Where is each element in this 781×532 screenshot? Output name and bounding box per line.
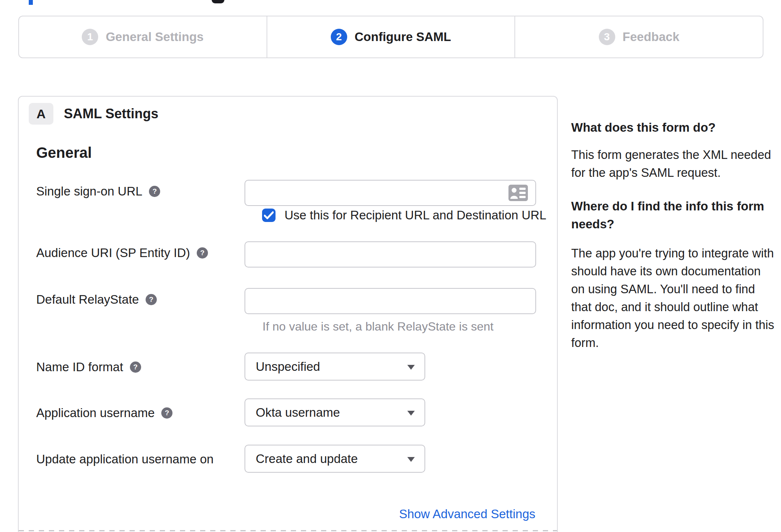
audience-uri-input[interactable] xyxy=(245,241,536,267)
audience-uri-label-wrap: Audience URI (SP Entity ID) ? xyxy=(36,241,245,260)
sso-url-label: Single sign-on URL xyxy=(36,184,142,198)
help-icon[interactable]: ? xyxy=(161,407,172,419)
section-header: A SAML Settings xyxy=(29,103,158,125)
update-username-label-wrap: Update application username on xyxy=(36,445,245,466)
recipient-url-checkbox-row: Use this for Recipient URL and Destinati… xyxy=(262,208,546,222)
relay-state-label-wrap: Default RelayState ? xyxy=(36,288,245,307)
audience-uri-label: Audience URI (SP Entity ID) xyxy=(36,246,190,260)
relay-state-row: Default RelayState ? xyxy=(36,288,536,314)
application-username-row: Application username ? Okta username xyxy=(36,398,425,426)
contact-card-icon[interactable] xyxy=(508,185,528,203)
sso-url-input[interactable] xyxy=(245,180,536,206)
help-icon[interactable]: ? xyxy=(149,186,160,197)
sidebar-paragraph-what: This form generates the XML needed for t… xyxy=(571,146,777,182)
step-label: Configure SAML xyxy=(355,30,451,44)
help-sidebar: What does this form do? This form genera… xyxy=(571,119,777,352)
relay-state-hint: If no value is set, a blank RelayState i… xyxy=(262,320,494,334)
chevron-down-icon xyxy=(407,411,415,416)
sidebar-heading-where: Where do I find the info this form needs… xyxy=(571,197,777,233)
name-id-format-select[interactable]: Unspecified xyxy=(245,353,425,381)
step-general-settings[interactable]: 1 General Settings xyxy=(19,16,267,57)
step-number-badge: 2 xyxy=(331,29,347,45)
recipient-url-checkbox[interactable] xyxy=(262,209,276,222)
clipped-app-logo-fragment xyxy=(212,0,224,3)
clipped-page-title-fragment xyxy=(29,0,33,5)
relay-state-input[interactable] xyxy=(245,288,536,314)
application-username-select[interactable]: Okta username xyxy=(245,398,425,426)
application-username-label-wrap: Application username ? xyxy=(36,398,245,420)
update-username-select[interactable]: Create and update xyxy=(245,445,425,473)
update-username-value: Create and update xyxy=(256,452,358,466)
step-feedback[interactable]: 3 Feedback xyxy=(514,16,763,57)
group-title: General xyxy=(36,144,92,161)
dashed-section-divider xyxy=(19,530,557,531)
name-id-format-row: Name ID format ? Unspecified xyxy=(36,353,425,381)
name-id-format-label-wrap: Name ID format ? xyxy=(36,353,245,374)
update-username-row: Update application username on Create an… xyxy=(36,445,425,473)
wizard-stepper: 1 General Settings 2 Configure SAML 3 Fe… xyxy=(18,16,763,58)
step-number-badge: 3 xyxy=(599,29,615,45)
recipient-url-checkbox-label: Use this for Recipient URL and Destinati… xyxy=(284,208,546,222)
show-advanced-settings-link[interactable]: Show Advanced Settings xyxy=(399,507,535,521)
section-title: SAML Settings xyxy=(64,106,158,122)
application-username-value: Okta username xyxy=(256,406,340,420)
help-icon[interactable]: ? xyxy=(197,247,208,259)
step-label: General Settings xyxy=(106,30,203,44)
relay-state-label: Default RelayState xyxy=(36,292,139,307)
application-username-label: Application username xyxy=(36,406,155,420)
sidebar-heading-what: What does this form do? xyxy=(571,119,777,137)
name-id-format-label: Name ID format xyxy=(36,360,123,374)
sso-url-row: Single sign-on URL ? xyxy=(36,180,536,206)
update-username-label: Update application username on xyxy=(36,452,214,466)
chevron-down-icon xyxy=(407,457,415,462)
chevron-down-icon xyxy=(407,365,415,370)
step-number-badge: 1 xyxy=(82,29,98,45)
help-icon[interactable]: ? xyxy=(130,362,141,373)
sso-url-label-wrap: Single sign-on URL ? xyxy=(36,180,245,198)
saml-settings-card: A SAML Settings General Single sign-on U… xyxy=(18,96,558,532)
audience-uri-row: Audience URI (SP Entity ID) ? xyxy=(36,241,536,267)
help-icon[interactable]: ? xyxy=(146,294,157,305)
step-configure-saml[interactable]: 2 Configure SAML xyxy=(267,16,515,57)
step-label: Feedback xyxy=(623,30,679,44)
sidebar-paragraph-where: The app you're trying to integrate with … xyxy=(571,244,777,352)
section-letter-badge: A xyxy=(29,103,53,125)
name-id-format-value: Unspecified xyxy=(256,360,320,374)
